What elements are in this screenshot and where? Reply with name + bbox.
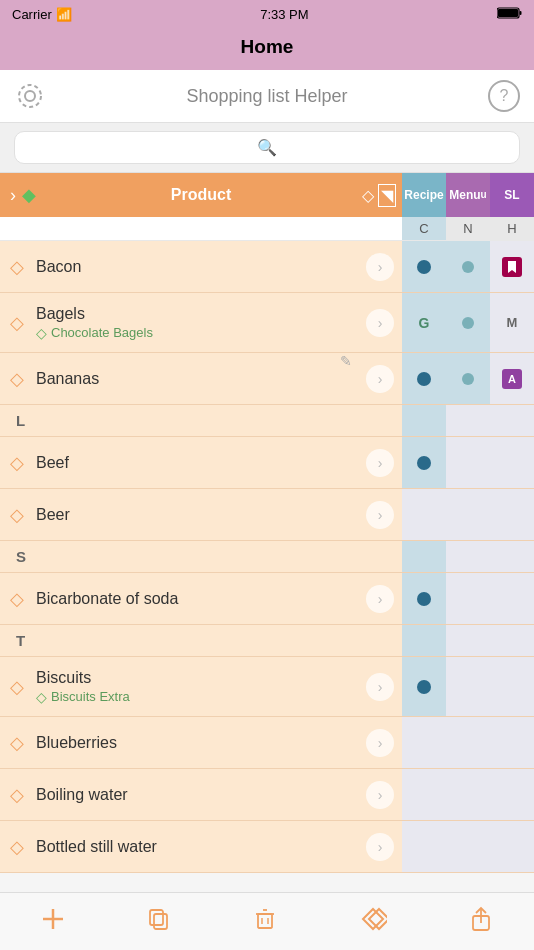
svg-rect-2 xyxy=(520,11,522,15)
section-cols xyxy=(402,541,534,572)
row-col-c xyxy=(402,353,446,404)
nav-bar: Home xyxy=(0,28,534,70)
section-col xyxy=(490,541,534,572)
row-arrow[interactable]: › xyxy=(358,769,402,820)
copy-button[interactable] xyxy=(147,907,171,931)
row-col-c xyxy=(402,489,446,540)
row-content: Beer xyxy=(32,489,358,540)
row-right-cols xyxy=(402,437,534,488)
row-arrow[interactable]: › xyxy=(358,241,402,292)
row-arrow[interactable]: › xyxy=(358,437,402,488)
th-left-icons: › ◆ xyxy=(0,173,46,217)
row-content: Beef xyxy=(32,437,358,488)
row-col-n xyxy=(446,657,490,716)
row-diamond-icon: ◇ xyxy=(10,588,24,610)
row-sub-label: Chocolate Bagels xyxy=(51,325,153,340)
dot-icon xyxy=(417,592,431,606)
share-button[interactable] xyxy=(469,906,493,932)
row-drag-handle: ◇ xyxy=(0,657,32,716)
section-col xyxy=(490,625,534,656)
th-action-icons: ◇ ◥ xyxy=(356,173,402,217)
list-item: ◇ Bananas ✎ › A xyxy=(0,353,534,405)
row-diamond-icon: ◇ xyxy=(10,784,24,806)
section-label: S xyxy=(0,541,402,572)
row-col-n xyxy=(446,573,490,624)
dot-icon xyxy=(417,456,431,470)
row-col-h xyxy=(490,717,534,768)
sub-diamond-icon: ◇ xyxy=(36,325,47,341)
row-col-n xyxy=(446,353,490,404)
arrow-circle[interactable]: › xyxy=(366,309,394,337)
search-input-wrap[interactable]: 🔍 xyxy=(14,131,520,164)
arrow-circle[interactable]: › xyxy=(366,253,394,281)
diamond-button[interactable] xyxy=(359,907,387,931)
row-sub-label: Biscuits Extra xyxy=(51,689,130,704)
row-name: Biscuits xyxy=(36,669,354,687)
row-col-n xyxy=(446,821,490,872)
row-col-n xyxy=(446,293,490,352)
delete-button[interactable] xyxy=(253,907,277,931)
row-col-c xyxy=(402,241,446,292)
row-drag-handle: ◇ xyxy=(0,353,32,404)
row-arrow[interactable]: › xyxy=(358,657,402,716)
row-col-h: M xyxy=(490,293,534,352)
section-label-row: S xyxy=(0,541,534,573)
row-col-h xyxy=(490,657,534,716)
row-col-c xyxy=(402,657,446,716)
note-icon: ✎ xyxy=(340,353,352,404)
small-dot-icon xyxy=(462,261,474,273)
arrow-circle[interactable]: › xyxy=(366,673,394,701)
row-right-cols xyxy=(402,241,534,292)
row-arrow[interactable]: › xyxy=(358,293,402,352)
arrow-circle[interactable]: › xyxy=(366,833,394,861)
section-label-row: T xyxy=(0,625,534,657)
row-arrow[interactable]: › xyxy=(358,573,402,624)
small-dot-icon xyxy=(462,317,474,329)
diamond-header-icon: ◆ xyxy=(22,184,36,206)
list-item: ◇ Bottled still water › xyxy=(0,821,534,873)
row-drag-handle: ◇ xyxy=(0,769,32,820)
help-icon[interactable]: ? xyxy=(488,80,520,112)
section-cols xyxy=(402,405,534,436)
row-content: Bananas xyxy=(32,353,340,404)
svg-rect-7 xyxy=(154,914,167,929)
row-col-c xyxy=(402,717,446,768)
row-diamond-icon: ◇ xyxy=(10,312,24,334)
row-right-cols xyxy=(402,573,534,624)
fridge-header-icon: ◥ xyxy=(378,184,396,207)
th-recipe: Recipe xyxy=(402,173,446,217)
small-dot-icon xyxy=(462,373,474,385)
row-arrow[interactable]: › xyxy=(358,489,402,540)
row-col-n xyxy=(446,769,490,820)
row-diamond-icon: ◇ xyxy=(10,732,24,754)
arrow-circle[interactable]: › xyxy=(366,365,394,393)
arrow-circle[interactable]: › xyxy=(366,501,394,529)
search-icon: 🔍 xyxy=(257,138,277,157)
row-arrow[interactable]: › xyxy=(358,353,402,404)
row-drag-handle: ◇ xyxy=(0,489,32,540)
list-item: ◇ Blueberries › xyxy=(0,717,534,769)
arrow-circle[interactable]: › xyxy=(366,729,394,757)
svg-point-4 xyxy=(19,85,41,107)
row-content: Bottled still water xyxy=(32,821,358,872)
row-name: Beer xyxy=(36,506,354,524)
row-col-c xyxy=(402,573,446,624)
row-col-h xyxy=(490,489,534,540)
section-col xyxy=(402,541,446,572)
section-col xyxy=(446,625,490,656)
th-product-label: Product xyxy=(46,173,356,217)
add-button[interactable] xyxy=(41,907,65,931)
arrow-circle[interactable]: › xyxy=(366,449,394,477)
th-menu: Menu u xyxy=(446,173,490,217)
row-content: Blueberries xyxy=(32,717,358,768)
row-arrow[interactable]: › xyxy=(358,821,402,872)
row-arrow[interactable]: › xyxy=(358,717,402,768)
row-content: Biscuits ◇ Biscuits Extra xyxy=(32,657,358,716)
row-content: Boiling water xyxy=(32,769,358,820)
row-name: Bacon xyxy=(36,258,354,276)
arrow-circle[interactable]: › xyxy=(366,585,394,613)
arrow-circle[interactable]: › xyxy=(366,781,394,809)
row-right-cols: A xyxy=(402,353,534,404)
th-right-cols: Recipe Menu u SL xyxy=(402,173,534,217)
settings-icon[interactable] xyxy=(14,80,46,112)
